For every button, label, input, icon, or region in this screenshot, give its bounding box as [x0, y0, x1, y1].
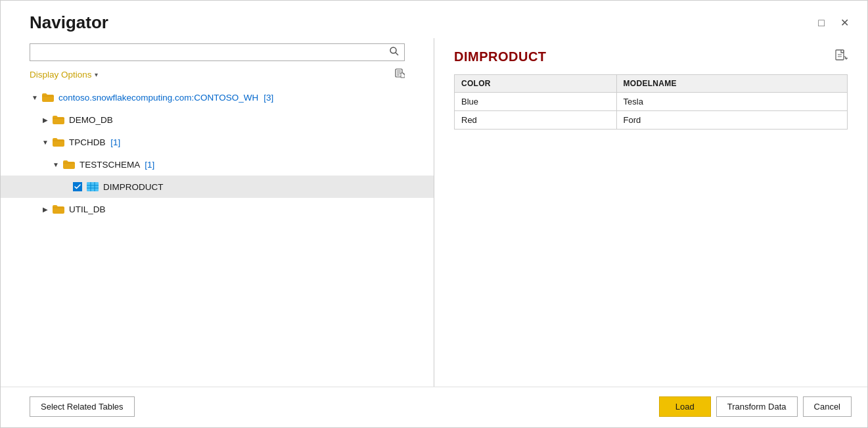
display-options-arrow-icon: ▾	[95, 71, 98, 78]
tree-node-demo-db[interactable]: ▶ DEMO_DB	[1, 108, 434, 131]
svg-point-0	[390, 47, 396, 53]
col-header-color: COLOR	[455, 75, 617, 93]
select-related-tables-button[interactable]: Select Related Tables	[30, 396, 135, 417]
demo-db-label: DEMO_DB	[69, 115, 113, 125]
cancel-button[interactable]: Cancel	[803, 396, 852, 417]
expand-util-db-icon: ▶	[40, 206, 51, 213]
root-count: [3]	[263, 93, 273, 103]
search-bar-row	[1, 38, 434, 64]
testschema-label: TESTSCHEMA [1]	[80, 160, 154, 170]
dialog-title: Navigator	[30, 12, 108, 33]
tree-node-testschema[interactable]: ▼ TESTSCHEMA [1]	[1, 153, 434, 176]
load-button[interactable]: Load	[659, 396, 711, 417]
root-node-label: contoso.snowflakecomputing.com:CONTOSO_W…	[58, 93, 273, 103]
demo-db-folder-icon	[52, 114, 65, 125]
export-icon	[834, 49, 848, 62]
col-header-modelname: MODELNAME	[616, 75, 847, 93]
title-bar: Navigator □ ✕	[1, 1, 867, 38]
right-panel: DIMPRODUCT COLOR	[434, 38, 867, 387]
tree-area: ▼ contoso.snowflakecomputing.com:CONTOSO…	[1, 83, 434, 387]
cell-color-2: Red	[455, 111, 617, 130]
cell-color-1: Blue	[455, 93, 617, 111]
window-controls: □ ✕	[815, 16, 852, 30]
search-icon	[390, 47, 399, 56]
cell-modelname-1: Tesla	[616, 93, 847, 111]
search-input-wrap	[30, 43, 405, 61]
preview-export-button[interactable]	[834, 49, 848, 65]
check-icon	[74, 184, 81, 189]
cell-modelname-2: Ford	[616, 111, 847, 130]
bottom-bar: Select Related Tables Load Transform Dat…	[1, 387, 867, 427]
table-row: Blue Tesla	[455, 93, 848, 111]
action-buttons: Load Transform Data Cancel	[659, 396, 852, 417]
root-folder-icon	[41, 92, 55, 103]
root-link-text: contoso.snowflakecomputing.com:CONTOSO_W…	[58, 93, 258, 103]
tree-node-util-db[interactable]: ▶ UTIL_DB	[1, 198, 434, 220]
preview-title: DIMPRODUCT	[454, 49, 547, 64]
content-area: Display Options ▾	[1, 38, 867, 387]
tree-node-dimproduct[interactable]: DIMPRODUCT	[1, 176, 434, 198]
expand-demo-db-icon: ▶	[40, 116, 51, 124]
refresh-icon	[394, 68, 405, 78]
display-options-button[interactable]: Display Options ▾	[30, 70, 98, 80]
dimproduct-table-icon	[86, 181, 99, 192]
tree-node-root[interactable]: ▼ contoso.snowflakecomputing.com:CONTOSO…	[1, 86, 434, 108]
tpchdb-folder-icon	[52, 137, 65, 147]
left-panel: Display Options ▾	[1, 38, 434, 387]
preview-header: DIMPRODUCT	[454, 49, 848, 65]
expand-root-icon: ▼	[30, 94, 40, 101]
search-button[interactable]	[384, 44, 404, 60]
dimproduct-label: DIMPRODUCT	[103, 182, 164, 192]
dimproduct-checkbox[interactable]	[73, 182, 82, 191]
util-db-label: UTIL_DB	[69, 204, 106, 214]
display-options-row: Display Options ▾	[1, 64, 434, 83]
preview-table: COLOR MODELNAME Blue Tesla Red Ford	[454, 74, 848, 130]
tree-node-tpchdb[interactable]: ▼ TPCHDB [1]	[1, 131, 434, 153]
search-input[interactable]	[30, 44, 384, 60]
transform-data-button[interactable]: Transform Data	[716, 396, 798, 417]
expand-tpchdb-icon: ▼	[40, 139, 51, 146]
svg-line-1	[396, 53, 398, 55]
util-db-folder-icon	[52, 204, 65, 214]
navigator-dialog: Navigator □ ✕	[0, 0, 868, 428]
testschema-folder-icon	[62, 159, 76, 170]
tpchdb-label: TPCHDB [1]	[69, 137, 120, 147]
refresh-button[interactable]	[394, 68, 405, 81]
svg-rect-6	[87, 182, 99, 191]
maximize-button[interactable]: □	[815, 16, 827, 30]
expand-testschema-icon: ▼	[51, 161, 61, 168]
close-button[interactable]: ✕	[838, 16, 852, 30]
display-options-label: Display Options	[30, 70, 92, 80]
table-row: Red Ford	[455, 111, 848, 130]
